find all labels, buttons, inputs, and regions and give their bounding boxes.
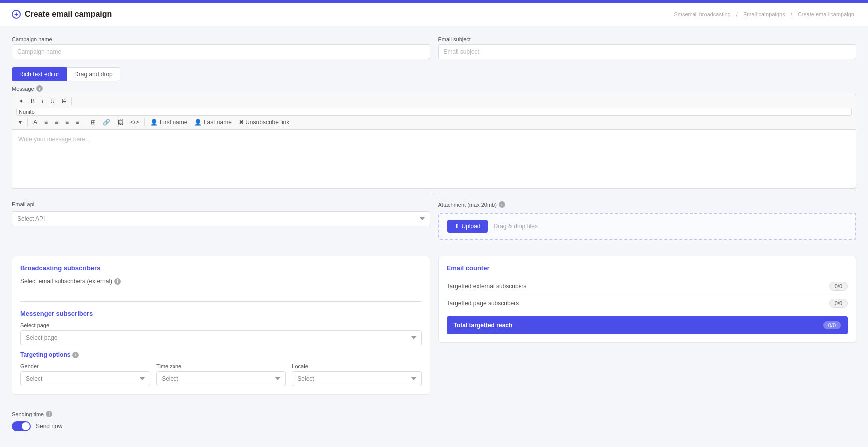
upload-icon: ⬆ bbox=[454, 223, 459, 230]
email-api-select[interactable]: Select API bbox=[12, 211, 430, 226]
page-title: + Create email campaign bbox=[12, 10, 112, 19]
top-fields-row: Campaign name Email subject bbox=[12, 36, 856, 59]
editor-toolbar: ✦ B I U S Nunito ▾ A ≡ ≡ ≡ ≡ ⊞ 🔗 🖼 </> 👤… bbox=[12, 94, 856, 129]
messenger-title: Messenger subscribers bbox=[20, 310, 422, 317]
gender-select[interactable]: Select bbox=[20, 371, 150, 386]
content: Campaign name Email subject Rich text ed… bbox=[0, 26, 868, 447]
broadcasting-title: Broadcasting subscribers bbox=[20, 264, 422, 272]
attachment-info-icon: i bbox=[499, 201, 505, 208]
select-page-group: Select page Select page bbox=[20, 322, 422, 345]
toolbar-strikethrough[interactable]: S bbox=[59, 97, 68, 106]
toolbar-lastname[interactable]: 👤 Last name bbox=[192, 118, 234, 127]
toolbar-list-ul[interactable]: ≡ bbox=[42, 118, 50, 127]
toolbar-bold[interactable]: B bbox=[28, 97, 37, 106]
toolbar-list-ol[interactable]: ≡ bbox=[52, 118, 61, 127]
external-info-icon: i bbox=[114, 278, 121, 285]
left-col: Broadcasting subscribers Select email su… bbox=[12, 256, 430, 403]
message-label-row: Message i bbox=[12, 85, 856, 92]
total-label: Total targetted reach bbox=[454, 322, 513, 329]
broadcasting-card: Broadcasting subscribers Select email su… bbox=[12, 256, 430, 395]
email-subject-input[interactable] bbox=[438, 44, 857, 59]
page-counter-label: Targetted page subscribers bbox=[447, 300, 519, 307]
email-api-group: Email api Select API bbox=[12, 201, 430, 226]
toolbar-code[interactable]: </> bbox=[128, 118, 141, 127]
toolbar-link[interactable]: 🔗 bbox=[100, 118, 113, 127]
targeting-title: Targeting options i bbox=[20, 351, 422, 358]
messenger-section: Messenger subscribers Select page Select… bbox=[20, 310, 422, 386]
toolbar-align[interactable]: ≡ bbox=[63, 118, 71, 127]
locale-label: Locale bbox=[292, 363, 421, 369]
toolbar-more-align[interactable]: ≡ bbox=[73, 118, 82, 127]
email-counter-title: Email counter bbox=[447, 264, 848, 272]
gender-label: Gender bbox=[20, 363, 150, 369]
external-subscribers-label: Select email subscribers (external) i bbox=[20, 278, 422, 285]
targeting-section: Targeting options i Gender Select bbox=[20, 351, 422, 386]
external-counter-value: 0/0 bbox=[829, 282, 848, 291]
sending-time-label: Sending time i bbox=[12, 411, 856, 417]
tab-rich-text[interactable]: Rich text editor bbox=[12, 67, 67, 81]
message-info-icon: i bbox=[36, 85, 43, 92]
campaign-name-input[interactable] bbox=[12, 44, 430, 59]
select-page-label: Select page bbox=[20, 322, 422, 328]
page-counter-row: Targetted page subscribers 0/0 bbox=[447, 295, 848, 312]
email-subject-group: Email subject bbox=[438, 36, 857, 59]
total-value: 0/0 bbox=[823, 321, 841, 329]
toolbar-underline[interactable]: U bbox=[48, 97, 57, 106]
page-counter-value: 0/0 bbox=[829, 299, 848, 308]
toggle-row: Send now bbox=[12, 421, 856, 431]
locale-select[interactable]: Select bbox=[292, 371, 421, 386]
breadcrumb: Smsemail broadcasting / Email campaigns … bbox=[672, 11, 856, 17]
toolbar-font-select[interactable]: Nunito bbox=[16, 108, 852, 116]
timezone-label: Time zone bbox=[156, 363, 286, 369]
email-subject-label: Email subject bbox=[438, 36, 857, 42]
drag-text: Drag & drop files bbox=[494, 223, 538, 230]
targeting-info-icon: i bbox=[72, 352, 79, 358]
footer-actions: ✈ Create Campaign ✖ Cancel bbox=[12, 439, 856, 447]
api-attachment-row: Email api Select API Attachment (max 20m… bbox=[12, 201, 856, 248]
toolbar-image[interactable]: 🖼 bbox=[115, 118, 126, 127]
plus-icon: + bbox=[12, 10, 21, 19]
campaign-name-group: Campaign name bbox=[12, 36, 430, 59]
email-counter-card: Email counter Targetted external subscri… bbox=[438, 256, 857, 343]
toolbar-font-size[interactable]: ▾ bbox=[16, 118, 24, 127]
toolbar-sep-1 bbox=[71, 97, 72, 105]
targeting-fields: Gender Select Time zone Select bbox=[20, 363, 422, 386]
toolbar-table[interactable]: ⊞ bbox=[88, 118, 98, 127]
toolbar-italic[interactable]: I bbox=[39, 97, 46, 106]
total-reach-row: Total targetted reach 0/0 bbox=[447, 316, 848, 334]
upload-area: ⬆ Upload Drag & drop files bbox=[438, 213, 857, 240]
send-now-toggle[interactable] bbox=[12, 421, 31, 431]
email-api-label: Email api bbox=[12, 201, 430, 207]
editor-area[interactable]: Write your message here... bbox=[12, 129, 856, 189]
gender-group: Gender Select bbox=[20, 363, 150, 386]
send-now-label: Send now bbox=[36, 423, 62, 430]
page-header: + Create email campaign Smsemail broadca… bbox=[0, 3, 868, 26]
sending-time-info-icon: i bbox=[46, 411, 52, 417]
main-two-col: Broadcasting subscribers Select email su… bbox=[12, 256, 856, 403]
sending-time-section: Sending time i Send now bbox=[12, 411, 856, 431]
toolbar-sep-4 bbox=[144, 118, 145, 126]
toolbar-color[interactable]: A bbox=[31, 118, 40, 127]
select-page-select[interactable]: Select page bbox=[20, 330, 422, 345]
attachment-group: Attachment (max 20mb) i ⬆ Upload Drag & … bbox=[438, 201, 857, 240]
toolbar-unsubscribe[interactable]: ✖ Unsubscribe link bbox=[236, 118, 292, 127]
external-subscribers-input[interactable] bbox=[20, 291, 422, 302]
toolbar-sep-3 bbox=[85, 118, 85, 126]
toolbar-firstname[interactable]: 👤 First name bbox=[148, 118, 190, 127]
toolbar-magic[interactable]: ✦ bbox=[16, 97, 26, 106]
editor-tabs: Rich text editor Drag and drop bbox=[12, 67, 856, 81]
right-col: Email counter Targetted external subscri… bbox=[438, 256, 857, 403]
locale-group: Locale Select bbox=[292, 363, 421, 386]
timezone-select[interactable]: Select bbox=[156, 371, 286, 386]
timezone-group: Time zone Select bbox=[156, 363, 286, 386]
external-counter-label: Targetted external subscribers bbox=[447, 283, 527, 290]
toolbar-sep-2 bbox=[27, 118, 28, 126]
campaign-name-label: Campaign name bbox=[12, 36, 430, 42]
upload-button[interactable]: ⬆ Upload bbox=[447, 220, 488, 233]
external-counter-row: Targetted external subscribers 0/0 bbox=[447, 278, 848, 295]
resize-handle[interactable]: — — bbox=[12, 190, 856, 195]
attachment-label: Attachment (max 20mb) i bbox=[438, 201, 857, 208]
external-subscribers-section: Select email subscribers (external) i bbox=[20, 278, 422, 302]
tab-drag-drop[interactable]: Drag and drop bbox=[67, 67, 120, 81]
